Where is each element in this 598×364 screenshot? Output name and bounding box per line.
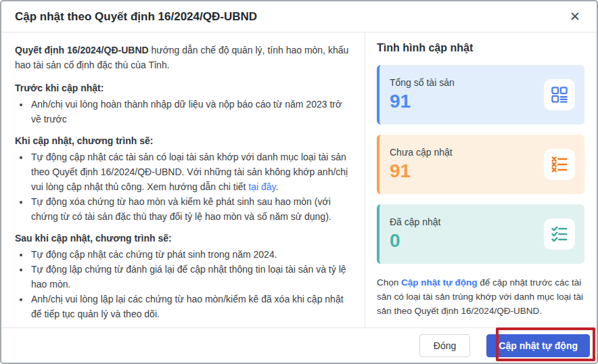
stat-value: 0 [390, 230, 441, 252]
intro-paragraph: Quyết định 16/2024/QĐ-UBND hướng dẫn chế… [15, 43, 352, 72]
not-updated-card: Chưa cập nhật 91 [377, 135, 584, 194]
after-update-heading: Sau khi cập nhật, chương trình sẽ: [15, 231, 352, 246]
instructions-section: Quyết định 16/2024/QĐ-UBND hướng dẫn chế… [1, 32, 365, 327]
dialog-title: Cập nhật theo Quyết định 16/2024/QĐ-UBND [15, 10, 257, 24]
stat-label: Chưa cập nhật [390, 147, 453, 158]
status-panel-title: Tình hình cập nhật [377, 42, 584, 54]
close-button[interactable]: Đóng [419, 334, 470, 357]
intro-decision-name: Quyết định 16/2024/QĐ-UBND [15, 45, 149, 55]
auto-update-button[interactable]: Cập nhật tự động [486, 334, 590, 357]
list-item: Tự động cập nhật các chứng từ phát sinh … [30, 247, 352, 262]
before-update-heading: Trước khi cập nhật: [15, 81, 352, 95]
update-decision-dialog: Cập nhật theo Quyết định 16/2024/QĐ-UBND… [0, 0, 598, 364]
dialog-header: Cập nhật theo Quyết định 16/2024/QĐ-UBND… [1, 1, 597, 32]
list-item: Anh/chị vui lòng hoàn thành nhập dữ liệu… [30, 97, 352, 127]
after-update-list: Tự động cập nhật các chứng từ phát sinh … [15, 247, 352, 321]
dialog-body: Quyết định 16/2024/QĐ-UBND hướng dẫn chế… [1, 32, 597, 327]
stat-label: Tổng số tài sản [390, 77, 455, 88]
during-update-heading: Khi cập nhật, chương trình sẽ: [15, 133, 352, 148]
list-item-text: . [276, 181, 279, 192]
note-text: Chọn [377, 277, 401, 288]
stat-label: Đã cập nhật [390, 217, 441, 227]
auto-update-link[interactable]: Cập nhật tự động [401, 277, 478, 288]
list-item: Tự động cập nhật các tài sản có loại tài… [30, 150, 352, 194]
grid-list-icon [544, 79, 575, 110]
x-list-icon [544, 149, 575, 180]
update-status-panel: Tình hình cập nhật Tổng số tài sản 91 [365, 32, 597, 327]
list-item: Tự động lập chứng từ đánh giá lại để cập… [30, 262, 352, 292]
list-item: Tự động xóa chứng từ hao mòn và kiểm kê … [30, 194, 352, 224]
before-update-list: Anh/chị vui lòng hoàn thành nhập dữ liệu… [15, 97, 352, 127]
list-item: Anh/chị vui lòng lập lại các chứng từ ha… [30, 292, 352, 321]
close-icon[interactable]: ✕ [567, 9, 583, 24]
dialog-footer: Đóng Cập nhật tự động [1, 327, 597, 363]
total-assets-card: Tổng số tài sản 91 [377, 65, 584, 124]
stat-value: 91 [390, 160, 453, 182]
during-update-list: Tự động cập nhật các tài sản có loại tài… [15, 150, 352, 224]
updated-card: Đã cập nhật 0 [377, 204, 584, 264]
help-link[interactable]: tại đây [248, 181, 275, 192]
check-list-icon [544, 219, 575, 250]
panel-note: Chọn Cập nhật tự động để cập nhật trước … [377, 275, 584, 318]
stat-value: 91 [390, 91, 455, 112]
list-item-text: Tự động cập nhật các tài sản có loại tài… [31, 152, 348, 192]
